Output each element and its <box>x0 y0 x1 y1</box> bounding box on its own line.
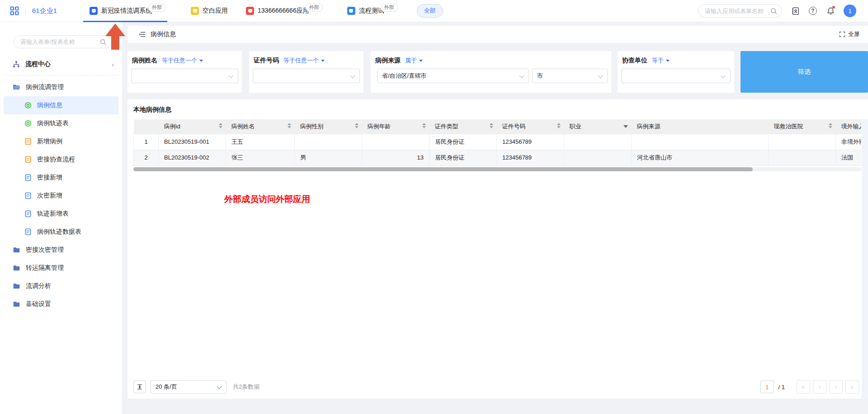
sidebar-item[interactable]: 次密新增 <box>4 187 118 205</box>
sidebar-item-process-center[interactable]: 流程中心 › <box>0 55 122 73</box>
folder-icon <box>13 246 20 254</box>
sidebar-item[interactable]: 轨迹新增表 <box>4 205 118 223</box>
sort-icon[interactable] <box>557 123 561 128</box>
folder-icon <box>13 301 20 308</box>
prev-page-button[interactable]: ‹ <box>813 380 826 394</box>
table-cell: 王五 <box>226 134 295 150</box>
form-search[interactable] <box>14 35 112 48</box>
doc-blue-icon <box>24 174 32 182</box>
sidebar-item[interactable]: 病例信息 <box>4 96 118 114</box>
filter-select[interactable] <box>131 69 238 83</box>
table-card: 本地病例信息 病例id病例姓名病例性别病例年龄证件类型证件号码职业病例来源现救治… <box>127 99 868 399</box>
sidebar-item-label: 病例信息 <box>37 101 62 109</box>
row-height-button[interactable] <box>133 381 146 393</box>
chevron-down-icon <box>228 73 233 78</box>
folder-icon <box>13 282 20 290</box>
sidebar-item[interactable]: 密接新增 <box>4 169 118 187</box>
global-search[interactable] <box>698 4 782 18</box>
column-header[interactable]: 病例性别 <box>295 119 362 134</box>
target-icon <box>24 102 32 109</box>
menu-fold-icon[interactable] <box>138 31 146 38</box>
bell-icon[interactable] <box>826 6 835 15</box>
select-value: 省/自治区/直辖市 <box>382 72 426 80</box>
filter-operator[interactable]: 等于任意一个 <box>283 56 325 65</box>
fullscreen-button[interactable]: 全屏 <box>839 30 860 38</box>
company-name[interactable]: 61企业1 <box>32 7 57 15</box>
main-content: 病例信息 全屏 筛选 病例姓名等于任意一个证件号码等于任意一个病例来源属于省/自… <box>123 22 868 414</box>
sort-icon[interactable] <box>829 123 832 128</box>
sidebar-item[interactable]: 密接次密管理 <box>4 241 118 259</box>
caret-down-icon <box>321 60 325 62</box>
scrollbar-thumb[interactable] <box>133 167 753 171</box>
filter-submit-button[interactable]: 筛选 <box>741 51 868 93</box>
table-row[interactable]: 2BL20230519-002张三男13居民身份证123456789河北省唐山市… <box>134 150 862 165</box>
column-header[interactable]: 证件类型 <box>429 119 497 134</box>
horizontal-scrollbar[interactable] <box>133 167 861 171</box>
table-cell: 123456789 <box>497 150 564 165</box>
table-cell <box>769 150 836 165</box>
app-icon <box>90 7 98 15</box>
current-page-input[interactable]: 1 <box>760 381 774 393</box>
filter-select[interactable] <box>253 69 360 83</box>
column-filter-icon[interactable] <box>623 125 628 128</box>
table-wrapper: 病例id病例姓名病例性别病例年龄证件类型证件号码职业病例来源现救治医院境外输入 … <box>133 119 861 166</box>
pager: 1 / 1 « ‹ › » <box>760 380 859 394</box>
column-header[interactable]: 病例id <box>159 119 226 134</box>
sidebar-item[interactable]: 病例流调管理 <box>4 78 118 96</box>
help-icon[interactable]: ? <box>808 6 817 15</box>
sidebar-item-label: 密接次密管理 <box>26 246 64 254</box>
table-cell: 张三 <box>226 150 295 165</box>
sidebar-item[interactable]: 流调分析 <box>4 277 118 295</box>
sidebar-item[interactable]: 新增病例 <box>4 132 118 151</box>
column-header[interactable]: 病例姓名 <box>226 119 295 134</box>
contacts-icon[interactable] <box>791 6 800 15</box>
sort-icon[interactable] <box>355 123 359 128</box>
app-icon <box>191 7 199 15</box>
sidebar-item[interactable]: 密接协查流程 <box>4 151 118 169</box>
table-cell: 123456789 <box>497 134 564 150</box>
chevron-down-icon <box>721 73 726 78</box>
sidebar-item-label: 密接新增 <box>37 174 62 182</box>
table-cell: 法国 <box>836 150 862 165</box>
global-search-input[interactable] <box>705 8 770 14</box>
sort-icon[interactable] <box>288 123 291 128</box>
page-title: 病例信息 <box>151 30 176 38</box>
filter-select[interactable]: 省/自治区/直辖市 <box>377 69 529 83</box>
column-header[interactable]: 境外输入 <box>836 119 862 134</box>
sidebar-item[interactable]: 病例轨迹数据表 <box>4 223 118 241</box>
folder-open-icon <box>13 84 20 91</box>
column-header[interactable]: 证件号码 <box>497 119 564 134</box>
first-page-button[interactable]: « <box>797 380 810 394</box>
app-tab[interactable]: 流程测试外部 <box>347 0 384 22</box>
table-cell: 居民身份证 <box>429 134 497 150</box>
sort-icon[interactable] <box>490 123 493 128</box>
filter-operator[interactable]: 等于 <box>652 56 670 65</box>
form-search-input[interactable] <box>20 38 100 45</box>
filter-select[interactable]: 市 <box>532 69 608 83</box>
column-header[interactable]: 职业 <box>564 119 632 134</box>
sidebar-item[interactable]: 转运隔离管理 <box>4 259 118 277</box>
app-icon <box>246 7 254 15</box>
next-page-button[interactable]: › <box>829 380 843 394</box>
page-size-select[interactable]: 20 条/页 <box>151 380 226 394</box>
sort-icon[interactable] <box>422 123 426 128</box>
sort-icon[interactable] <box>219 123 222 128</box>
app-tab[interactable]: 13366666666应用外部 <box>246 0 309 22</box>
sidebar-item[interactable]: 基础设置 <box>4 295 118 313</box>
sidebar-item[interactable]: 病例轨迹表 <box>4 114 118 132</box>
filter-select[interactable] <box>621 69 731 83</box>
all-apps-button[interactable]: 全部 <box>417 4 443 18</box>
app-grid-icon[interactable] <box>10 6 19 15</box>
vertical-scrollbar[interactable] <box>862 119 868 399</box>
filter-operator[interactable]: 属于 <box>405 56 423 65</box>
table-row[interactable]: 1BL20230519-001王五居民身份证123456789非境外输入 <box>134 134 862 150</box>
column-header[interactable]: 病例年龄 <box>362 119 429 134</box>
filter-label: 病例姓名 <box>132 56 157 65</box>
column-header[interactable]: 现救治医院 <box>769 119 836 134</box>
app-tab[interactable]: 空白应用 <box>191 0 228 22</box>
app-tab[interactable]: 新冠疫情流调系统外部 <box>90 0 152 22</box>
last-page-button[interactable]: » <box>845 380 859 394</box>
sidebar-item-label: 密接协查流程 <box>37 155 75 164</box>
filter-operator[interactable]: 等于任意一个 <box>162 56 203 65</box>
avatar[interactable]: 1 <box>844 5 856 17</box>
